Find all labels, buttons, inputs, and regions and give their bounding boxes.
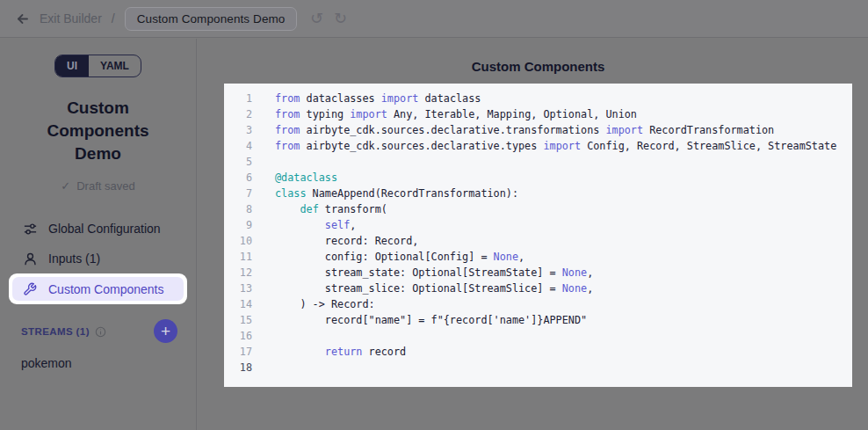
line-number: 13 [224, 281, 252, 296]
code-text [252, 328, 275, 344]
line-number: 8 [224, 201, 252, 217]
code-text: from airbyte_cdk.sources.declarative.tra… [252, 122, 774, 138]
line-number: 9 [224, 217, 252, 233]
code-line[interactable]: 13 stream_slice: Optional[StreamSlice] =… [224, 281, 852, 296]
sliders-icon [23, 221, 39, 237]
line-number: 11 [224, 249, 252, 265]
toggle-ui[interactable]: UI [55, 55, 89, 77]
sidebar-item-label: Global Configuration [48, 222, 161, 236]
line-number: 12 [224, 265, 252, 281]
code-line[interactable]: 16 [224, 328, 852, 344]
plus-icon: + [161, 322, 170, 341]
code-text: class NameAppend(RecordTransformation): [252, 186, 518, 201]
code-text: def transform( [252, 201, 387, 217]
project-name-input[interactable]: Custom Components Demo [125, 7, 298, 31]
add-stream-button[interactable]: + [154, 319, 177, 343]
line-number: 10 [224, 233, 252, 249]
wrench-icon [23, 281, 39, 297]
save-status-label: Draft saved [76, 179, 134, 193]
code-line[interactable]: 5 [224, 154, 852, 170]
code-text: self, [252, 217, 356, 233]
code-line[interactable]: 1from dataclasses import dataclass [224, 91, 852, 106]
code-text: record: Record, [252, 233, 418, 249]
line-number: 17 [224, 344, 252, 360]
breadcrumb-separator: / [112, 11, 115, 26]
line-number: 1 [224, 91, 252, 106]
code-line[interactable]: 12 stream_state: Optional[StreamState] =… [224, 265, 852, 281]
ui-yaml-toggle: UI YAML [54, 55, 141, 77]
line-number: 6 [224, 170, 252, 186]
sidebar: UI YAML Custom Components Demo ✓ Draft s… [0, 39, 197, 430]
code-line[interactable]: 6@dataclass [224, 170, 852, 186]
arrow-left-icon [15, 11, 30, 26]
user-icon [23, 251, 39, 266]
line-number: 4 [224, 138, 252, 154]
undo-button[interactable]: ↺ [307, 9, 326, 28]
code-text: stream_state: Optional[StreamState] = No… [252, 265, 593, 281]
info-icon[interactable] [95, 326, 106, 338]
stream-item-pokemon[interactable]: pokemon [0, 356, 196, 370]
code-text: from airbyte_cdk.sources.declarative.typ… [252, 138, 836, 154]
code-line[interactable]: 15 record["name"] = f"{record['name']}AP… [224, 312, 852, 328]
code-text: stream_slice: Optional[StreamSlice] = No… [252, 281, 593, 296]
code-line[interactable]: 4from airbyte_cdk.sources.declarative.ty… [224, 138, 852, 154]
history-buttons: ↺ ↻ [307, 9, 350, 28]
code-line[interactable]: 14 ) -> Record: [224, 296, 852, 312]
connector-title: Custom Components Demo [33, 97, 164, 165]
code-text: ) -> Record: [252, 296, 375, 312]
back-button[interactable] [12, 9, 32, 28]
check-icon: ✓ [61, 179, 70, 193]
line-number: 18 [224, 360, 252, 375]
code-line[interactable]: 11 config: Optional[Config] = None, [224, 249, 852, 265]
code-line[interactable]: 10 record: Record, [224, 233, 852, 249]
code-editor[interactable]: 1from dataclasses import dataclass2from … [224, 84, 852, 387]
code-text [252, 154, 275, 170]
code-text: from typing import Any, Iterable, Mappin… [252, 106, 637, 122]
sidebar-nav: Global Configuration Inputs (1) Custom C… [0, 214, 196, 304]
code-line[interactable]: 9 self, [224, 217, 852, 233]
sidebar-item-inputs[interactable]: Inputs (1) [0, 244, 196, 273]
sidebar-item-label: Inputs (1) [48, 251, 100, 266]
code-text: config: Optional[Config] = None, [252, 249, 524, 265]
code-text [252, 360, 275, 375]
save-status: ✓ Draft saved [0, 179, 196, 193]
line-number: 2 [224, 106, 252, 122]
redo-icon: ↻ [334, 9, 347, 27]
sidebar-item-custom-components-inner: Custom Components [12, 277, 184, 301]
panel-title: Custom Components [224, 59, 852, 74]
streams-section-header: STREAMS (1) + [0, 325, 196, 338]
code-line[interactable]: 7class NameAppend(RecordTransformation): [224, 186, 852, 201]
line-number: 7 [224, 186, 252, 201]
code-line[interactable]: 2from typing import Any, Iterable, Mappi… [224, 106, 852, 122]
streams-section-label: STREAMS (1) [21, 326, 90, 337]
top-bar: Exit Builder / Custom Components Demo ↺ … [0, 0, 868, 38]
code-line[interactable]: 18 [224, 360, 852, 375]
code-line[interactable]: 17 return record [224, 344, 852, 360]
line-number: 15 [224, 312, 252, 328]
sidebar-item-custom-components[interactable]: Custom Components [9, 273, 187, 304]
line-number: 16 [224, 328, 252, 344]
line-number: 3 [224, 122, 252, 138]
code-text: @dataclass [252, 170, 337, 186]
code-text: from dataclasses import dataclass [252, 91, 481, 106]
toggle-yaml[interactable]: YAML [89, 55, 141, 77]
code-line[interactable]: 8 def transform( [224, 201, 852, 217]
sidebar-item-global-configuration[interactable]: Global Configuration [0, 214, 196, 244]
line-number: 5 [224, 154, 252, 170]
redo-button[interactable]: ↻ [330, 9, 350, 28]
sidebar-item-label: Custom Components [48, 282, 164, 296]
code-line[interactable]: 3from airbyte_cdk.sources.declarative.tr… [224, 122, 852, 138]
code-text: record["name"] = f"{record['name']}APPEN… [252, 312, 587, 328]
undo-icon: ↺ [310, 9, 323, 27]
code-text: return record [252, 344, 406, 360]
line-number: 14 [224, 296, 252, 312]
exit-builder-link[interactable]: Exit Builder [40, 11, 102, 26]
